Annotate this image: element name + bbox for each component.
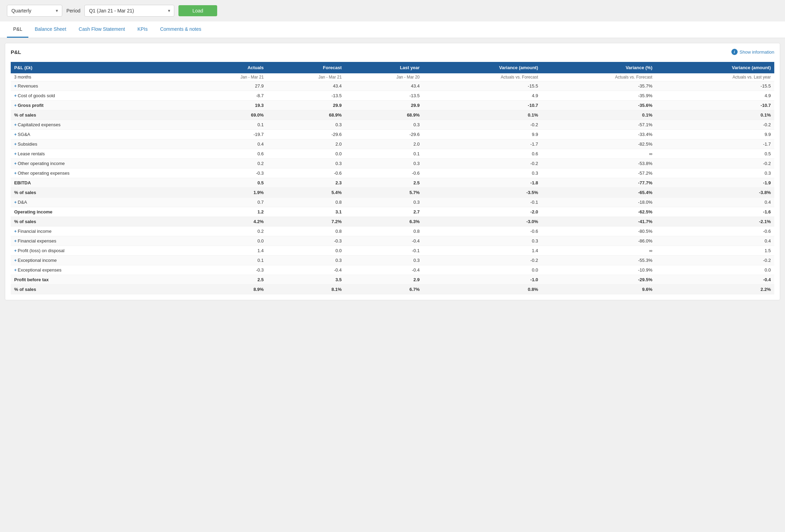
row-cell: 5.4% xyxy=(267,188,345,198)
info-icon: i xyxy=(731,49,738,55)
row-label: Cost of goods sold xyxy=(11,91,189,101)
row-cell: 29.9 xyxy=(345,101,423,110)
row-cell: -55.3% xyxy=(542,256,656,265)
row-cell: -0.4 xyxy=(267,265,345,275)
row-cell: 0.8 xyxy=(345,227,423,236)
table-header-row: P&L (£k) Actuals Forecast Last year Vari… xyxy=(11,62,774,73)
table-row: D&A0.70.80.3-0.1-18.0%0.4 xyxy=(11,198,774,207)
col-header-var-amt-ly: Variance (amount) xyxy=(656,62,774,73)
row-label: Exceptional expenses xyxy=(11,265,189,275)
tab-balance-sheet[interactable]: Balance Sheet xyxy=(28,21,72,38)
row-cell: 0.1 xyxy=(345,149,423,159)
row-label: Profit before tax xyxy=(11,275,189,285)
show-info-button[interactable]: i Show information xyxy=(731,49,774,55)
frequency-select[interactable]: Quarterly Monthly Annual xyxy=(7,5,62,17)
row-cell: -41.7% xyxy=(542,217,656,227)
show-info-label: Show information xyxy=(740,49,774,55)
row-cell: 27.9 xyxy=(189,81,267,91)
main-content: P&L i Show information P&L (£k) Actuals … xyxy=(5,43,780,300)
row-cell: -10.7 xyxy=(423,101,542,110)
row-cell: -2.1% xyxy=(656,217,774,227)
row-cell: -35.7% xyxy=(542,81,656,91)
tab-kpis[interactable]: KPIs xyxy=(131,21,154,38)
row-cell: -3.0% xyxy=(423,217,542,227)
row-label: Financial expenses xyxy=(11,236,189,246)
row-cell: -0.1 xyxy=(423,198,542,207)
row-label: Capitalized expenses xyxy=(11,120,189,130)
row-cell: -0.2 xyxy=(656,159,774,168)
tab-comments[interactable]: Comments & notes xyxy=(154,21,207,38)
row-cell: -82.5% xyxy=(542,139,656,149)
row-label: Revenues xyxy=(11,81,189,91)
row-cell: -1.0 xyxy=(423,275,542,285)
row-cell: 6.7% xyxy=(345,285,423,294)
period-select[interactable]: Q1 (Jan 21 - Mar 21) Q2 (Apr 21 - Jun 21… xyxy=(84,5,174,17)
period-select-wrapper: Q1 (Jan 21 - Mar 21) Q2 (Apr 21 - Jun 21… xyxy=(84,5,174,17)
row-cell: 0.0 xyxy=(423,265,542,275)
row-cell: 0.0 xyxy=(267,246,345,256)
row-cell: -53.8% xyxy=(542,159,656,168)
table-row: EBITDA0.52.32.5-1.8-77.7%-1.9 xyxy=(11,178,774,188)
table-row: Capitalized expenses0.10.30.3-0.2-57.1%-… xyxy=(11,120,774,130)
table-row: SG&A-19.7-29.6-29.69.9-33.4%9.9 xyxy=(11,130,774,139)
row-cell: -35.6% xyxy=(542,101,656,110)
period-label: Period xyxy=(66,8,80,13)
tab-cash-flow[interactable]: Cash Flow Statement xyxy=(73,21,131,38)
row-cell: 7.2% xyxy=(267,217,345,227)
row-cell: -0.6 xyxy=(656,227,774,236)
row-label: % of sales xyxy=(11,217,189,227)
row-cell: -3.5% xyxy=(423,188,542,198)
row-label: EBITDA xyxy=(11,178,189,188)
row-cell: 1.2 xyxy=(189,207,267,217)
row-cell: 43.4 xyxy=(267,81,345,91)
row-cell: -1.6 xyxy=(656,207,774,217)
table-row: Profit (loss) on disposal1.40.0-0.11.4∞1… xyxy=(11,246,774,256)
row-cell: 0.6 xyxy=(423,149,542,159)
row-cell: 0.1 xyxy=(189,256,267,265)
row-cell: 69.0% xyxy=(189,110,267,120)
row-cell: 19.3 xyxy=(189,101,267,110)
row-cell: 0.1% xyxy=(423,110,542,120)
row-cell: -33.4% xyxy=(542,130,656,139)
row-cell: 4.9 xyxy=(656,91,774,101)
row-cell: -0.6 xyxy=(267,168,345,178)
row-cell: 4.9 xyxy=(423,91,542,101)
row-cell: -0.4 xyxy=(345,265,423,275)
subheader-cell-4: Actuals vs. Forecast xyxy=(423,73,542,81)
row-cell: -0.4 xyxy=(345,236,423,246)
row-cell: 2.5 xyxy=(189,275,267,285)
row-cell: 0.8 xyxy=(267,198,345,207)
table-row: Other operating income0.20.30.3-0.2-53.8… xyxy=(11,159,774,168)
subheader-cell-6: Actuals vs. Last year xyxy=(656,73,774,81)
tab-pl[interactable]: P&L xyxy=(7,21,28,38)
row-cell: -0.2 xyxy=(656,256,774,265)
table-row: Gross profit19.329.929.9-10.7-35.6%-10.7 xyxy=(11,101,774,110)
frequency-select-wrapper: Quarterly Monthly Annual ▼ xyxy=(7,5,62,17)
row-cell: -29.5% xyxy=(542,275,656,285)
row-cell: -3.8% xyxy=(656,188,774,198)
row-cell: 0.0 xyxy=(656,265,774,275)
pl-table: P&L (£k) Actuals Forecast Last year Vari… xyxy=(11,62,774,294)
row-cell: 0.1 xyxy=(189,120,267,130)
row-cell: 2.9 xyxy=(345,275,423,285)
row-cell: 5.7% xyxy=(345,188,423,198)
subheader-cell-1: Jan - Mar 21 xyxy=(189,73,267,81)
row-cell: 0.3 xyxy=(345,159,423,168)
row-cell: -13.5 xyxy=(267,91,345,101)
row-cell: 2.0 xyxy=(267,139,345,149)
row-label: Operating income xyxy=(11,207,189,217)
table-row: Cost of goods sold-8.7-13.5-13.54.9-35.9… xyxy=(11,91,774,101)
row-cell: -0.3 xyxy=(189,265,267,275)
top-bar: Quarterly Monthly Annual ▼ Period Q1 (Ja… xyxy=(0,0,785,21)
row-cell: 9.9 xyxy=(656,130,774,139)
row-cell: 1.9% xyxy=(189,188,267,198)
row-cell: 0.4 xyxy=(656,198,774,207)
row-cell: 0.3 xyxy=(345,198,423,207)
load-button[interactable]: Load xyxy=(178,5,217,16)
row-cell: -15.5 xyxy=(656,81,774,91)
row-label: D&A xyxy=(11,198,189,207)
row-cell: 0.2 xyxy=(189,227,267,236)
row-cell: -19.7 xyxy=(189,130,267,139)
row-cell: -10.7 xyxy=(656,101,774,110)
row-cell: 0.0 xyxy=(267,149,345,159)
